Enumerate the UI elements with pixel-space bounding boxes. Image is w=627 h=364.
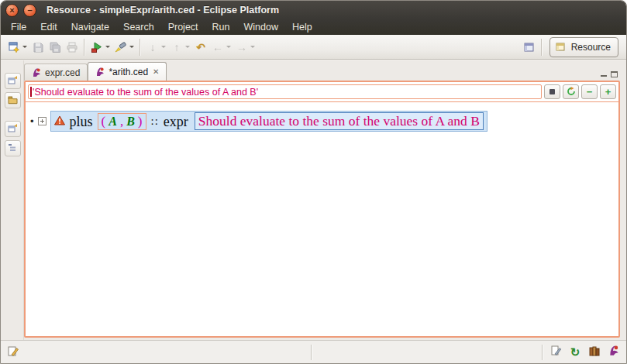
cedille-logo-icon <box>608 345 620 359</box>
expand-toggle-icon[interactable] <box>38 117 47 125</box>
last-edit-location-button[interactable]: ↶ <box>192 38 209 57</box>
restore-view-icon <box>8 122 18 136</box>
sync-button[interactable]: ↻ <box>568 345 582 359</box>
toolbar-separator <box>140 39 141 56</box>
annotation-input[interactable]: 'Should evaluate to the sum of the value… <box>28 84 542 99</box>
new-wizard-button[interactable] <box>5 38 29 57</box>
menu-project[interactable]: Project <box>161 20 205 34</box>
toolbar-separator <box>541 39 543 56</box>
minimized-project-explorer-button[interactable] <box>5 92 21 108</box>
minimize-editor-icon[interactable] <box>600 70 608 77</box>
stop-icon <box>549 89 555 94</box>
pencil-page-button[interactable] <box>6 345 20 359</box>
next-annotation-button[interactable]: ↓ <box>144 38 168 57</box>
editor-content[interactable]: • plus ( A , B ) <box>26 102 618 336</box>
external-tools-run-icon <box>91 41 103 53</box>
print-button[interactable] <box>64 38 81 57</box>
chevron-down-icon <box>185 46 190 48</box>
term-var-b[interactable]: B <box>126 115 135 128</box>
term-var-a[interactable]: A <box>109 115 117 128</box>
menu-window[interactable]: Window <box>237 20 285 34</box>
back-button[interactable]: ← <box>209 38 233 57</box>
restart-button[interactable] <box>563 84 579 99</box>
minus-icon: − <box>587 87 593 97</box>
close-button[interactable]: × <box>5 4 19 17</box>
term-type[interactable]: expr <box>164 115 188 129</box>
search-button[interactable] <box>112 38 136 57</box>
status-separator <box>542 345 543 360</box>
annotation-input-row: 'Should evaluate to the sum of the value… <box>26 82 618 102</box>
open-paren: ( <box>102 115 106 128</box>
restore-view-icon <box>8 74 18 88</box>
forward-button[interactable]: → <box>233 38 257 57</box>
menu-file[interactable]: File <box>4 20 33 34</box>
restore-view-button-1[interactable] <box>5 73 21 89</box>
edit-page-icon <box>550 345 562 359</box>
previous-annotation-icon: ↑ <box>171 41 183 53</box>
toolbar-separator <box>84 39 85 56</box>
type-annotation-operator: :: <box>151 115 159 128</box>
new-wizard-icon <box>8 41 20 53</box>
plus-button[interactable]: + <box>600 84 616 99</box>
tab-label: expr.ced <box>45 67 80 78</box>
tab-label: *arith.ced <box>109 67 148 77</box>
save-icon <box>32 41 44 53</box>
open-perspective-button[interactable] <box>521 38 538 57</box>
cedille-logo-button[interactable] <box>607 345 621 359</box>
minimize-button[interactable]: – <box>23 4 36 17</box>
save-button[interactable] <box>29 38 47 57</box>
fast-view-rail <box>1 60 24 340</box>
minus-button[interactable]: − <box>581 84 598 99</box>
library-books-icon <box>588 345 601 360</box>
open-perspective-icon <box>523 41 536 53</box>
library-button[interactable] <box>587 345 601 359</box>
pencil-page-icon <box>7 345 19 360</box>
status-bar: ↻ <box>1 340 626 363</box>
previous-annotation-button[interactable]: ↑ <box>168 38 192 57</box>
resource-perspective-button[interactable]: Resource <box>549 37 618 57</box>
external-tools-button[interactable] <box>88 38 112 57</box>
restore-view-button-2[interactable] <box>5 121 21 137</box>
eclipse-window: × – Resource - simpleExpr/arith.ced - Ec… <box>0 0 627 364</box>
window-chrome: × – Resource - simpleExpr/arith.ced - Ec… <box>1 1 626 35</box>
edit-page-button[interactable] <box>549 345 563 359</box>
maximize-editor-icon[interactable] <box>611 71 618 77</box>
tab-close-icon[interactable]: ✕ <box>153 67 159 76</box>
minimized-outline-button[interactable] <box>5 140 21 156</box>
close-icon: × <box>9 6 14 15</box>
term-annotation[interactable]: Should evaluate to the sum of the values… <box>195 112 484 130</box>
menu-help[interactable]: Help <box>285 20 319 34</box>
stop-button[interactable] <box>544 84 560 99</box>
next-annotation-icon: ↓ <box>146 41 159 53</box>
chevron-down-icon <box>226 46 231 48</box>
status-trim-icons: ↻ <box>542 345 621 360</box>
term-row: • plus ( A , B ) <box>30 111 487 132</box>
print-icon <box>66 41 78 53</box>
term-arguments[interactable]: ( A , B ) <box>98 113 146 130</box>
project-explorer-icon <box>8 94 18 108</box>
menu-run[interactable]: Run <box>205 20 237 34</box>
back-arrow-icon: ← <box>212 41 224 53</box>
menu-navigate[interactable]: Navigate <box>64 20 116 34</box>
selected-term[interactable]: plus ( A , B ) :: expr Should evaluate t… <box>50 111 487 132</box>
cedille-file-icon <box>32 67 42 77</box>
cedille-file-icon <box>95 67 105 77</box>
tab-expr-ced[interactable]: expr.ced <box>24 64 88 81</box>
menu-search[interactable]: Search <box>116 20 161 34</box>
minimize-icon: – <box>27 6 32 15</box>
status-separator <box>311 345 312 360</box>
chevron-down-icon <box>250 46 255 48</box>
close-paren: ) <box>138 115 143 128</box>
save-all-button[interactable] <box>47 38 64 57</box>
editor-area: expr.ced *arith.ced ✕ <box>24 61 620 338</box>
flashlight-search-icon <box>115 41 127 53</box>
tab-arith-ced[interactable]: *arith.ced ✕ <box>88 62 167 81</box>
text-caret <box>30 87 32 97</box>
term-head[interactable]: plus <box>70 115 93 129</box>
chevron-down-icon <box>22 46 27 48</box>
last-edit-location-icon: ↶ <box>195 41 207 53</box>
menu-edit[interactable]: Edit <box>33 20 64 34</box>
chevron-down-icon <box>129 46 134 48</box>
outline-icon <box>8 142 18 156</box>
sync-refresh-icon: ↻ <box>570 346 580 358</box>
